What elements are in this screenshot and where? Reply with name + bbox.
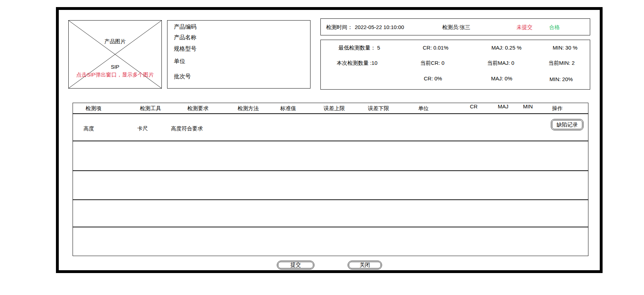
- col-header-requirement: 检测要求: [187, 103, 209, 113]
- product-info-panel: 产品编码 产品名称 规格型号 单位 批次号: [167, 20, 310, 89]
- sip-hint: 点击SIP弹出窗口，显示多个图片: [76, 72, 154, 78]
- col-header-maj: MAJ: [498, 101, 508, 112]
- col-header-standard: 标准值: [280, 103, 296, 113]
- row1-tool: 卡尺: [137, 125, 148, 132]
- col-header-cr: CR: [470, 101, 478, 112]
- inspection-time-value: 2022-05-22 10:10:00: [355, 24, 404, 31]
- col-header-lower-limit: 误差下限: [368, 103, 389, 113]
- col-header-unit: 单位: [418, 103, 429, 113]
- maj-limit: MAJ: 0.25 %: [491, 44, 522, 51]
- field-label-product-name: 产品名称: [174, 34, 196, 41]
- defect-record-button[interactable]: 缺陷记录: [551, 119, 583, 130]
- cr-rate: CR: 0%: [424, 75, 442, 82]
- col-header-item: 检测项: [86, 103, 102, 113]
- row-separator: [73, 199, 588, 200]
- current-check-qty: 本次检测数量 :10: [337, 59, 377, 67]
- row1-item: 高度: [84, 125, 94, 132]
- min-required-qty: 最低检测数量： 5: [338, 44, 380, 51]
- col-header-method: 检测方法: [238, 103, 259, 113]
- row1-requirement: 高度符合要求: [171, 125, 203, 132]
- min-limit: MIN: 30 %: [553, 44, 577, 51]
- current-min: 当前MIN: 2: [548, 59, 575, 67]
- submit-button[interactable]: 提交: [277, 261, 314, 270]
- col-header-upper-limit: 误差上限: [324, 103, 345, 113]
- field-label-spec-model: 规格型号: [174, 45, 196, 52]
- header-separator: [73, 113, 588, 114]
- row-separator: [73, 170, 588, 171]
- inspection-time-label: 检测时间：: [326, 24, 353, 31]
- defect-record-button-label: 缺陷记录: [551, 119, 583, 130]
- field-label-product-code: 产品编码: [174, 23, 196, 30]
- field-label-batch-number: 批次号: [174, 73, 191, 80]
- row-separator: [73, 141, 588, 141]
- min-rate: MIN: 20%: [549, 76, 573, 83]
- col-header-action: 操作: [552, 103, 563, 113]
- row-separator: [73, 227, 588, 227]
- current-maj: 当前MAJ: 0: [487, 59, 514, 67]
- submit-status-badge: 未提交: [517, 24, 532, 31]
- submit-button-label: 提交: [277, 261, 314, 269]
- cr-limit: CR: 0.01%: [423, 44, 449, 51]
- inspection-table: 检测项 检测工具 检测要求 检测方法 标准值 误差上限 误差下限 单位 CR M…: [73, 103, 588, 256]
- inspector-name: 检测员:张三: [442, 24, 470, 31]
- inspection-window: 产品图片 SIP 点击SIP弹出窗口，显示多个图片 产品编码 产品名称 规格型号…: [0, 0, 644, 295]
- product-image-label: 产品图片: [103, 38, 127, 45]
- product-image-placeholder[interactable]: 产品图片 SIP 点击SIP弹出窗口，显示多个图片: [68, 20, 162, 89]
- close-button-label: 关闭: [348, 261, 382, 269]
- current-cr: 当前CR: 0: [420, 59, 444, 67]
- result-status-badge: 合格: [549, 24, 560, 31]
- inspection-header-panel: 检测时间： 2022-05-22 10:10:00 检测员:张三 未提交 合格: [320, 18, 590, 35]
- maj-rate: MAJ: 0%: [491, 75, 512, 82]
- close-button[interactable]: 关闭: [348, 261, 382, 270]
- stats-panel: 最低检测数量： 5 CR: 0.01% MAJ: 0.25 % MIN: 30 …: [320, 40, 590, 90]
- col-header-min: MIN: [523, 101, 533, 112]
- sip-link[interactable]: SIP: [110, 64, 120, 70]
- col-header-tool: 检测工具: [140, 103, 161, 113]
- field-label-unit: 单位: [174, 58, 185, 65]
